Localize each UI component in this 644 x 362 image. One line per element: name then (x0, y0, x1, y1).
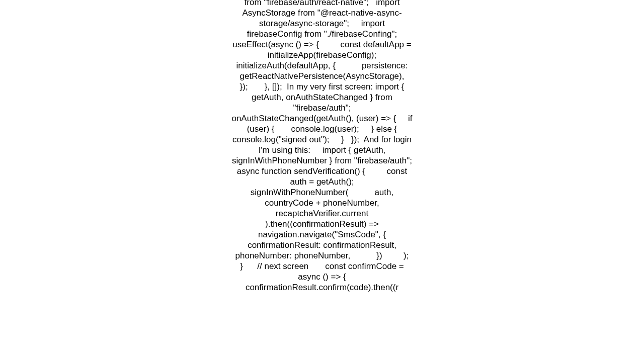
document-body: from "firebase/auth/react-native"; impor… (231, 0, 413, 362)
